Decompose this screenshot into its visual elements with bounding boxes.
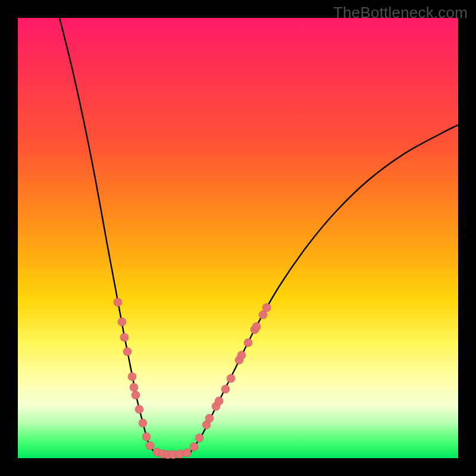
curve-marker: [227, 374, 235, 383]
curve-marker: [120, 333, 129, 342]
curve-marker: [118, 318, 126, 326]
curve-marker: [123, 347, 131, 356]
plot-area: [18, 18, 458, 458]
curve-marker: [221, 385, 230, 393]
curve-marker: [176, 450, 184, 458]
curve-marker: [205, 414, 214, 422]
chart-svg: [18, 18, 458, 458]
curve-marker: [262, 303, 271, 312]
watermark-text: TheBottleneck.com: [333, 4, 468, 22]
curve-marker: [237, 351, 246, 359]
curve-marker: [244, 339, 252, 347]
chart-frame: TheBottleneck.com: [0, 0, 476, 476]
curve-marker: [128, 372, 136, 381]
curve-marker: [139, 419, 147, 427]
curve-marker: [195, 434, 203, 442]
curve-marker: [146, 441, 154, 450]
curve-marker: [183, 449, 191, 457]
curve-marker: [135, 405, 143, 414]
curve-marker: [215, 397, 223, 405]
curve-marker: [142, 433, 151, 441]
curve-path: [60, 18, 458, 455]
curve-marker: [131, 391, 140, 399]
bottleneck-curve: [60, 18, 458, 455]
curve-markers: [114, 298, 271, 459]
curve-marker: [252, 322, 261, 331]
curve-marker: [190, 443, 198, 451]
curve-marker: [130, 383, 138, 392]
curve-marker: [114, 298, 122, 306]
